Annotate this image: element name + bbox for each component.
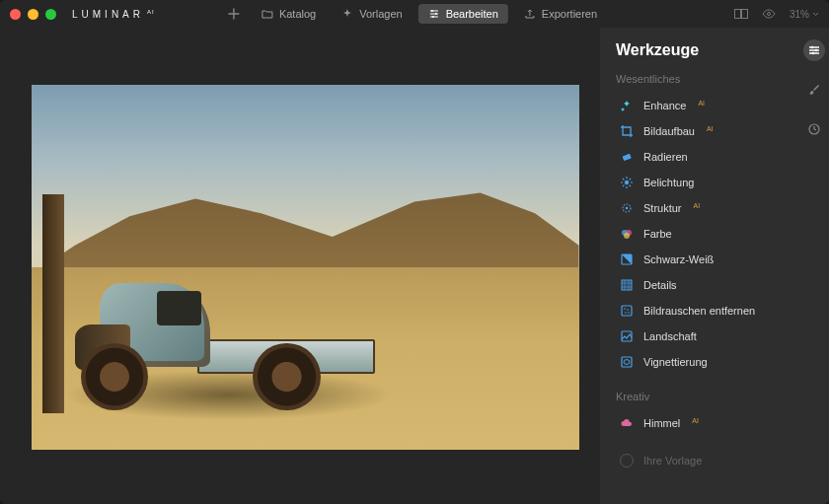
tools-column: Werkzeuge Wesentliches Enhance AI Bildau… [600,28,799,504]
svg-point-1 [435,13,437,15]
svg-point-19 [625,312,627,314]
svg-point-7 [625,180,629,184]
sun-icon [620,176,634,189]
denoise-icon [620,304,634,318]
circle-icon [620,454,634,468]
titlebar: LUMINAR AI Katalog Vorlagen [0,0,829,28]
svg-point-2 [432,16,434,18]
enhance-icon [620,99,634,112]
tool-composition-label: Bildaufbau [643,125,695,137]
ai-badge: AI [707,125,714,132]
rail-brush-button[interactable] [803,79,825,101]
your-template[interactable]: Ihre Vorlage [616,446,790,475]
nav-edit-label: Bearbeiten [446,8,498,20]
tool-denoise[interactable]: Bildrauschen entfernen [616,298,790,324]
svg-rect-16 [622,306,632,316]
tool-bw-label: Schwarz-Weiß [643,253,714,265]
structure-icon [620,201,634,215]
svg-point-23 [624,360,630,365]
svg-rect-3 [734,10,740,19]
photo-preview[interactable] [32,85,579,450]
tool-erase-label: Radieren [643,151,688,163]
tool-color[interactable]: Farbe [616,221,790,247]
nav-export-label: Exportieren [542,8,597,20]
content-area: Werkzeuge Wesentliches Enhance AI Bildau… [0,28,829,504]
eye-icon[interactable] [762,7,776,21]
titlebar-right: 31% [734,7,819,21]
tool-bw[interactable]: Schwarz-Weiß [616,247,790,272]
compare-icon[interactable] [734,7,748,21]
brush-icon [807,83,821,97]
nav-templates[interactable]: Vorlagen [332,4,412,24]
eraser-icon [620,150,634,164]
side-panel: Werkzeuge Wesentliches Enhance AI Bildau… [600,28,829,504]
zoom-level[interactable]: 31% [790,9,819,20]
brand-suffix: AI [147,9,155,15]
canvas-area [0,28,600,504]
bw-icon [620,252,634,266]
nav-export[interactable]: Exportieren [514,4,607,24]
close-window-button[interactable] [10,9,21,20]
nav-templates-label: Vorlagen [359,8,402,20]
sparkle-icon [341,8,353,20]
your-template-label: Ihre Vorlage [643,455,702,467]
tool-denoise-label: Bildrauschen entfernen [643,305,755,317]
svg-rect-4 [741,10,747,19]
tool-enhance[interactable]: Enhance AI [616,93,790,118]
right-rail [799,28,829,504]
nav-catalog[interactable]: Katalog [252,4,326,24]
ai-badge: AI [694,202,701,209]
svg-rect-6 [623,154,632,161]
export-icon [524,8,536,20]
panel-title: Werkzeuge [616,41,790,59]
tool-composition[interactable]: Bildaufbau AI [616,118,790,144]
tool-sky-label: Himmel [643,417,680,429]
tool-sky[interactable]: Himmel AI [616,410,790,436]
tool-structure-label: Struktur [643,202,682,214]
app-brand: LUMINAR AI [72,9,155,20]
svg-point-9 [626,207,629,210]
nav-catalog-label: Katalog [279,8,316,20]
tool-landscape[interactable]: Landschaft [616,324,790,349]
svg-point-25 [815,49,818,52]
fullscreen-window-button[interactable] [45,9,56,20]
svg-point-17 [624,308,626,310]
sliders-icon [807,43,821,57]
tool-details[interactable]: Details [616,272,790,298]
rail-edit-button[interactable] [803,39,825,61]
svg-point-26 [812,52,815,55]
ai-badge: AI [692,417,699,424]
tool-landscape-label: Landschaft [643,330,697,342]
nav-edit[interactable]: Bearbeiten [418,4,508,24]
rail-history-button[interactable] [803,118,825,140]
details-icon [620,278,634,292]
plus-icon [228,8,240,20]
folder-icon [262,8,273,20]
tool-light-label: Belichtung [643,177,694,188]
section-essentials-label: Wesentliches [616,73,790,85]
tool-structure[interactable]: Struktur AI [616,195,790,221]
tool-details-label: Details [643,279,677,291]
top-nav: Katalog Vorlagen Bearbeiten Exportieren [222,4,607,24]
tool-vignette[interactable]: Vignettierung [616,349,790,375]
svg-point-12 [624,233,630,239]
svg-point-20 [628,312,630,314]
svg-point-24 [811,46,814,49]
photo-post [42,194,64,413]
photo-truck [75,260,382,413]
section-creative-label: Kreativ [616,391,790,402]
add-button[interactable] [222,8,246,20]
tool-light[interactable]: Belichtung [616,170,790,195]
tool-erase[interactable]: Radieren [616,144,790,170]
vignette-icon [620,355,634,369]
brand-text: LUMINAR [72,9,144,20]
svg-point-0 [431,10,433,12]
cloud-icon [620,416,634,430]
tool-enhance-label: Enhance [643,100,686,111]
chevron-down-icon [812,12,819,17]
app-window: LUMINAR AI Katalog Vorlagen [0,0,829,504]
svg-rect-21 [622,331,632,341]
color-icon [620,227,634,241]
minimize-window-button[interactable] [28,9,38,20]
svg-point-18 [627,309,629,311]
